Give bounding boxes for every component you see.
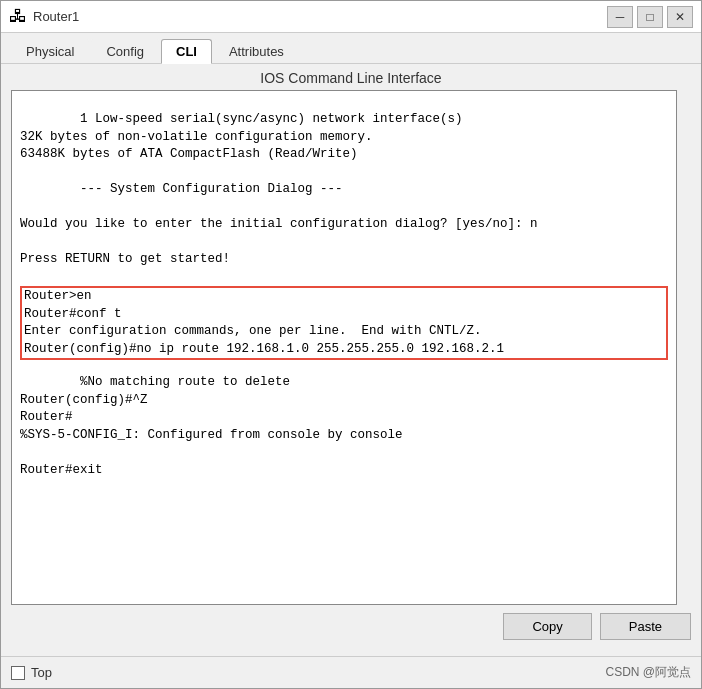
router-window: 🖧 Router1 ─ □ ✕ Physical Config CLI Attr… (0, 0, 702, 689)
title-bar-controls: ─ □ ✕ (607, 6, 693, 28)
title-bar-left: 🖧 Router1 (9, 6, 79, 27)
copy-button[interactable]: Copy (503, 613, 591, 640)
paste-button[interactable]: Paste (600, 613, 691, 640)
window-title: Router1 (33, 9, 79, 24)
tabs-bar: Physical Config CLI Attributes (1, 33, 701, 64)
terminal[interactable]: 1 Low-speed serial(sync/async) network i… (11, 90, 677, 605)
button-row: Copy Paste (11, 605, 691, 646)
terminal-post-text: %No matching route to delete Router(conf… (20, 375, 403, 477)
tab-physical[interactable]: Physical (11, 39, 89, 63)
bottom-bar: Top CSDN @阿觉点 (1, 656, 701, 688)
content-area: 1 Low-speed serial(sync/async) network i… (1, 90, 701, 656)
maximize-button[interactable]: □ (637, 6, 663, 28)
cli-header: IOS Command Line Interface (1, 64, 701, 90)
app-icon: 🖧 (9, 6, 27, 27)
top-checkbox[interactable] (11, 666, 25, 680)
close-button[interactable]: ✕ (667, 6, 693, 28)
terminal-pre-text: 1 Low-speed serial(sync/async) network i… (20, 112, 538, 266)
terminal-wrapper: 1 Low-speed serial(sync/async) network i… (11, 90, 691, 605)
tab-cli[interactable]: CLI (161, 39, 212, 64)
tab-attributes[interactable]: Attributes (214, 39, 299, 63)
watermark: CSDN @阿觉点 (605, 664, 691, 681)
top-label: Top (31, 665, 52, 680)
tab-config[interactable]: Config (91, 39, 159, 63)
bottom-left: Top (11, 665, 52, 680)
title-bar: 🖧 Router1 ─ □ ✕ (1, 1, 701, 33)
minimize-button[interactable]: ─ (607, 6, 633, 28)
terminal-highlighted: Router>en Router#conf t Enter configurat… (20, 286, 668, 360)
